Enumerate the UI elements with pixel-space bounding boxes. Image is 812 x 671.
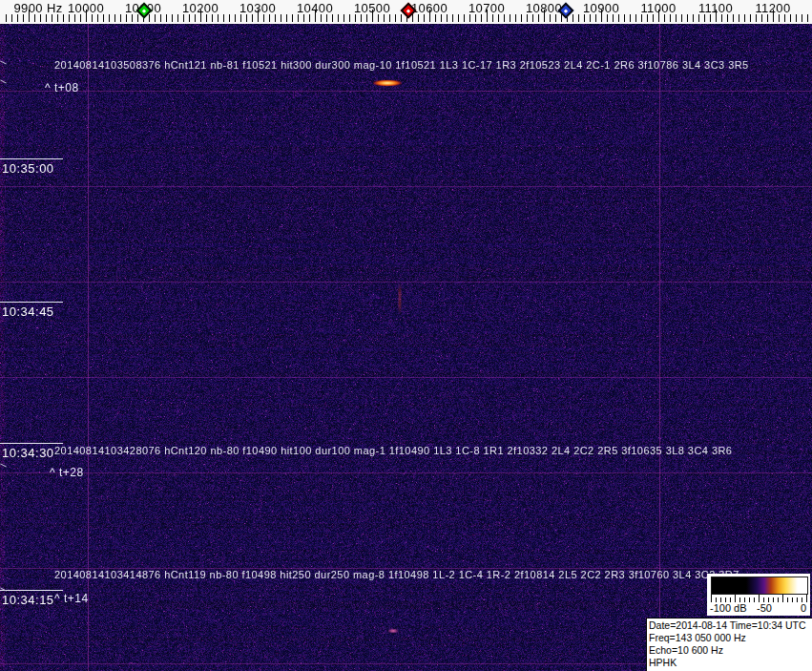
meteor-echo-streak xyxy=(399,283,402,315)
freq-minor-tick xyxy=(452,14,453,22)
freq-minor-tick xyxy=(195,14,196,22)
freq-minor-tick xyxy=(155,14,156,22)
freq-minor-tick xyxy=(326,14,327,22)
freq-minor-tick xyxy=(412,14,413,22)
freq-minor-tick xyxy=(555,14,556,22)
freq-minor-tick xyxy=(189,14,190,22)
freq-minor-tick xyxy=(57,14,58,22)
freq-minor-tick xyxy=(263,14,264,22)
freq-minor-tick xyxy=(281,14,281,22)
freq-label: 10800 xyxy=(526,1,562,15)
freq-label: 9900 Hz xyxy=(13,1,62,15)
meteor-echo-faint xyxy=(388,629,399,634)
freq-label: 10600 xyxy=(411,1,448,15)
freq-minor-tick xyxy=(733,14,734,22)
freq-minor-tick xyxy=(447,14,448,22)
freq-minor-tick xyxy=(212,14,213,22)
info-box: Date=2014-08-14 Time=10:34 UTC Freq=143 … xyxy=(646,618,812,671)
freq-minor-tick xyxy=(120,14,121,22)
freq-minor-tick xyxy=(149,14,150,22)
freq-label: 11100 xyxy=(698,1,733,15)
freq-minor-tick xyxy=(475,14,476,22)
time-gridline xyxy=(0,472,812,473)
freq-minor-tick xyxy=(424,14,425,22)
freq-label: 11200 xyxy=(755,1,790,15)
freq-minor-tick xyxy=(761,14,762,22)
freq-minor-tick xyxy=(492,14,493,22)
freq-minor-tick xyxy=(510,14,510,22)
freq-minor-tick xyxy=(573,14,573,22)
freq-minor-tick xyxy=(344,14,344,22)
freq-minor-tick xyxy=(177,14,178,22)
frequency-ruler[interactable]: 9900 Hz100001010010200103001040010500106… xyxy=(0,0,812,24)
detection-annotation: 20140814103508376 hCnt121 nb-81 f10521 h… xyxy=(54,59,749,71)
freq-minor-tick xyxy=(321,14,322,22)
freq-minor-tick xyxy=(710,14,711,22)
freq-minor-tick xyxy=(441,14,442,22)
freq-minor-tick xyxy=(750,14,751,22)
freq-minor-tick xyxy=(464,14,465,22)
freq-minor-tick xyxy=(52,14,52,22)
freq-minor-tick xyxy=(395,14,396,22)
freq-minor-tick xyxy=(92,14,93,22)
freq-minor-tick xyxy=(303,14,304,22)
freq-minor-tick xyxy=(504,14,505,22)
freq-minor-tick xyxy=(584,14,585,22)
freq-minor-tick xyxy=(23,14,24,22)
freq-minor-tick xyxy=(246,14,247,22)
freq-minor-tick xyxy=(538,14,539,22)
colorbar-label-mid: -50 xyxy=(757,602,772,614)
meteor-echo-bright xyxy=(373,80,402,87)
time-gridline xyxy=(0,282,812,283)
freq-label: 10000 xyxy=(68,1,104,15)
freq-minor-tick xyxy=(389,14,390,22)
freq-minor-tick xyxy=(790,14,791,22)
time-gridline xyxy=(0,377,812,378)
freq-minor-tick xyxy=(578,14,579,22)
freq-minor-tick xyxy=(550,14,551,22)
freq-minor-tick xyxy=(109,14,110,22)
freq-minor-tick xyxy=(34,14,35,22)
freq-minor-tick xyxy=(624,14,625,22)
freq-minor-tick xyxy=(693,14,694,22)
freq-minor-tick xyxy=(229,14,230,22)
freq-minor-tick xyxy=(172,14,173,22)
freq-minor-tick xyxy=(46,14,47,22)
freq-label: 10500 xyxy=(354,1,390,15)
freq-minor-tick xyxy=(309,14,310,22)
freq-minor-tick xyxy=(498,14,499,22)
freq-label: 11000 xyxy=(640,1,676,15)
freq-minor-tick xyxy=(796,14,797,22)
freq-minor-tick xyxy=(298,14,299,22)
freq-minor-tick xyxy=(275,14,276,22)
freq-minor-tick xyxy=(332,14,333,22)
time-label: 10:35:00 xyxy=(2,161,54,176)
freq-label: 10300 xyxy=(239,1,276,15)
freq-minor-tick xyxy=(11,14,12,22)
time-underline xyxy=(0,302,63,303)
freq-minor-tick xyxy=(641,14,642,22)
freq-minor-tick xyxy=(355,14,356,22)
freq-label: 10400 xyxy=(297,1,333,15)
freq-minor-tick xyxy=(618,14,619,22)
freq-minor-tick xyxy=(767,14,768,22)
freq-label: 10900 xyxy=(583,1,619,15)
freq-minor-tick xyxy=(103,14,104,22)
freq-minor-tick xyxy=(721,14,722,22)
time-offset-marker: ^ t+14 xyxy=(54,592,89,605)
freq-minor-tick xyxy=(183,14,184,22)
freq-minor-tick xyxy=(206,14,207,22)
freq-minor-tick xyxy=(115,14,115,22)
freq-minor-tick xyxy=(338,14,339,22)
freq-minor-tick xyxy=(218,14,219,22)
freq-minor-tick xyxy=(132,14,133,22)
freq-minor-tick xyxy=(670,14,671,22)
freq-minor-tick xyxy=(235,14,236,22)
marker-center-dot xyxy=(564,9,568,12)
freq-minor-tick xyxy=(607,14,608,22)
freq-minor-tick xyxy=(137,14,138,22)
freq-minor-tick xyxy=(349,14,350,22)
freq-minor-tick xyxy=(126,14,127,22)
time-label: 10:34:45 xyxy=(2,304,54,319)
freq-minor-tick xyxy=(704,14,705,22)
